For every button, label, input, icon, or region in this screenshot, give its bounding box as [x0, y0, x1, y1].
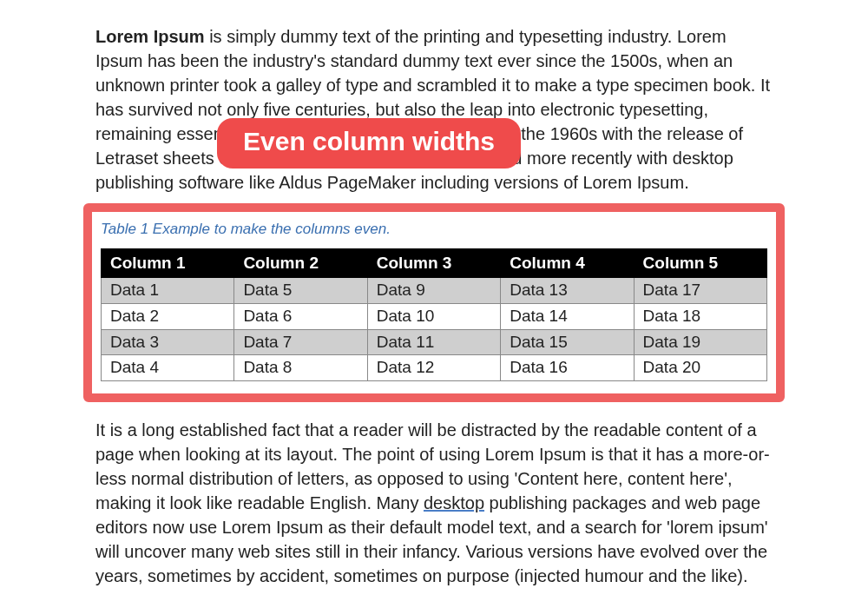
table-cell: Data 8 [234, 355, 367, 381]
table-row: Data 2 Data 6 Data 10 Data 14 Data 18 [102, 303, 767, 329]
table-header-cell: Column 3 [367, 248, 500, 278]
table-cell: Data 13 [501, 278, 634, 304]
intro-bold-lead: Lorem Ipsum [95, 27, 205, 46]
table-header-row: Column 1 Column 2 Column 3 Column 4 Colu… [102, 248, 767, 278]
table-row: Data 1 Data 5 Data 9 Data 13 Data 17 [102, 278, 767, 304]
table-cell: Data 12 [367, 355, 500, 381]
table-cell: Data 11 [367, 329, 500, 355]
table-cell: Data 17 [634, 278, 766, 304]
table-header-cell: Column 4 [501, 248, 634, 278]
table-cell: Data 5 [234, 278, 367, 304]
closing-paragraph: It is a long established fact that a rea… [95, 418, 773, 588]
table-cell: Data 2 [102, 303, 234, 329]
table-cell: Data 20 [634, 355, 766, 381]
table-cell: Data 4 [102, 355, 234, 381]
table-row: Data 4 Data 8 Data 12 Data 16 Data 20 [102, 355, 767, 381]
table-cell: Data 15 [501, 329, 634, 355]
table-header-cell: Column 5 [634, 248, 766, 278]
underlined-word: desktop [424, 493, 484, 512]
example-table: Column 1 Column 2 Column 3 Column 4 Colu… [101, 248, 767, 381]
table-cell: Data 1 [102, 278, 234, 304]
table-caption: Table 1 Example to make the columns even… [101, 219, 767, 240]
table-cell: Data 16 [501, 355, 634, 381]
table-cell: Data 9 [367, 278, 500, 304]
table-cell: Data 14 [501, 303, 634, 329]
callout-label: Even column widths [217, 118, 521, 169]
table-row: Data 3 Data 7 Data 11 Data 15 Data 19 [102, 329, 767, 355]
table-cell: Data 18 [634, 303, 766, 329]
table-highlight-box: Table 1 Example to make the columns even… [83, 203, 785, 402]
table-cell: Data 19 [634, 329, 766, 355]
table-cell: Data 7 [234, 329, 367, 355]
table-cell: Data 10 [367, 303, 500, 329]
table-header-cell: Column 1 [102, 248, 234, 278]
table-cell: Data 6 [234, 303, 367, 329]
table-cell: Data 3 [102, 329, 234, 355]
table-header-cell: Column 2 [234, 248, 367, 278]
intro-paragraph: Lorem Ipsum is simply dummy text of the … [95, 24, 773, 195]
